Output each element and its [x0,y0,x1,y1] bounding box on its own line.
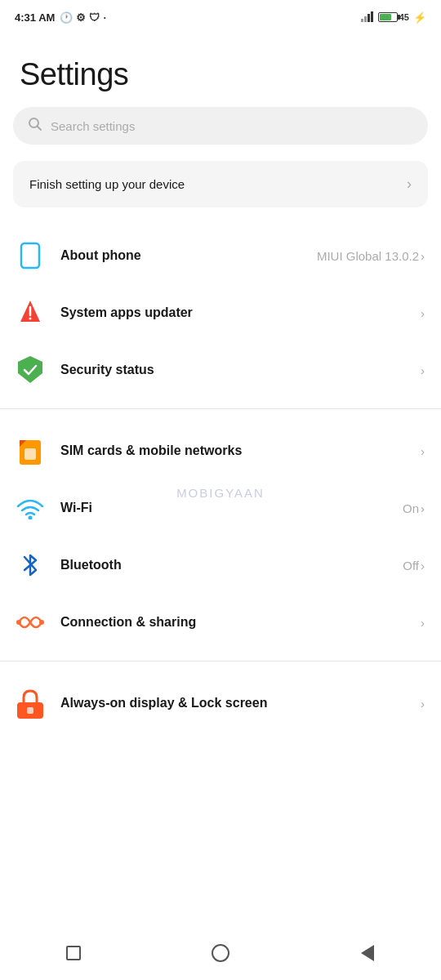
svg-point-9 [29,318,32,320]
divider-2 [0,661,441,662]
svg-rect-13 [24,448,36,460]
bluetooth-status: Off [403,559,419,572]
search-icon [28,117,42,135]
nav-home-button[interactable] [196,935,245,971]
about-phone-label: About phone [60,248,141,262]
settings-item-wifi[interactable]: Wi-Fi On › [0,479,441,537]
always-on-display-chevron: › [421,697,425,710]
divider-1 [0,408,441,409]
settings-item-sim-cards[interactable]: SIM cards & mobile networks › [0,422,441,479]
settings-item-about-phone[interactable]: About phone MIUI Global 13.0.2 › [0,227,441,284]
always-on-display-content: Always-on display & Lock screen [60,696,421,710]
settings-item-system-updater[interactable]: System apps updater › [0,284,441,341]
connection-sharing-label: Connection & sharing [60,615,196,629]
nav-home-icon [212,944,229,962]
security-status-icon [13,353,47,387]
status-left: 4:31 AM 🕐 ⚙ 🛡 · [15,11,106,24]
status-right: 45 ⚡ [361,11,426,24]
sim-cards-label: SIM cards & mobile networks [60,443,242,457]
sim-cards-content: SIM cards & mobile networks [60,443,421,458]
sim-cards-chevron: › [421,444,425,458]
wifi-icon [13,491,47,525]
svg-rect-0 [361,19,363,22]
settings-item-bluetooth[interactable]: Bluetooth Off › [0,537,441,594]
nav-recent-icon [66,946,81,960]
svg-rect-18 [27,707,33,714]
system-updater-label: System apps updater [60,305,193,319]
bluetooth-content: Bluetooth [60,558,403,572]
battery-indicator: 45 [378,12,409,22]
settings-item-connection-sharing[interactable]: Connection & sharing › [0,594,441,651]
system-updater-content: System apps updater [60,305,421,320]
svg-rect-6 [21,243,39,268]
time-display: 4:31 AM [15,11,55,24]
system-updater-right: › [421,306,425,320]
sim-cards-icon [13,434,47,468]
page-title-section: Settings [0,33,441,107]
settings-item-security-status[interactable]: Security status › [0,341,441,399]
connection-sharing-right: › [421,616,425,630]
security-status-label: Security status [60,363,154,376]
status-icons: 🕐 ⚙ 🛡 · [60,11,106,24]
svg-line-5 [38,127,42,131]
section-connectivity: SIM cards & mobile networks › Wi-Fi On [0,422,441,657]
setup-banner-text: Finish setting up your device [29,177,185,191]
signal-icon [361,11,374,24]
section-display: Always-on display & Lock screen › [0,675,441,738]
always-on-display-icon [13,686,47,720]
bluetooth-chevron: › [421,559,425,572]
nav-back-button[interactable] [343,935,392,971]
section-system: About phone MIUI Global 13.0.2 › System … [0,227,441,405]
alarm-icon: 🕐 [60,11,73,24]
about-phone-right: MIUI Global 13.0.2 › [317,249,425,263]
connection-sharing-content: Connection & sharing [60,615,421,630]
svg-rect-2 [368,14,370,22]
setup-banner[interactable]: Finish setting up your device › [13,161,428,207]
setup-banner-chevron: › [407,176,412,193]
search-placeholder: Search settings [51,119,413,133]
nav-recent-button[interactable] [49,935,98,971]
wifi-content: Wi-Fi [60,501,403,515]
connection-sharing-chevron: › [421,616,425,630]
search-bar[interactable]: Search settings [13,107,428,145]
wifi-chevron: › [421,501,425,515]
charging-icon: ⚡ [413,11,426,24]
svg-rect-1 [364,16,367,22]
svg-point-15 [16,620,21,625]
always-on-display-label: Always-on display & Lock screen [60,696,267,710]
wifi-status: On [403,501,419,515]
system-updater-icon [13,296,47,330]
always-on-display-right: › [421,697,425,710]
nav-back-icon [361,945,374,961]
battery-level: 45 [399,12,409,22]
security-status-chevron: › [421,363,425,377]
gear-status-icon: ⚙ [76,11,86,24]
dot-icon: · [103,11,106,24]
about-phone-sublabel: MIUI Global 13.0.2 [317,249,419,263]
system-updater-chevron: › [421,306,425,320]
wifi-label: Wi-Fi [60,501,92,514]
security-status-content: Security status [60,363,421,377]
about-phone-icon [13,238,47,273]
bluetooth-right: Off › [403,559,425,572]
security-status-right: › [421,363,425,377]
status-bar: 4:31 AM 🕐 ⚙ 🛡 · 45 ⚡ [0,0,441,33]
search-bar-container: Search settings [0,107,441,161]
page-content: Settings Search settings Finish setting … [0,33,441,738]
settings-item-always-on-display[interactable]: Always-on display & Lock screen › [0,675,441,732]
wifi-right: On › [403,501,425,515]
svg-marker-10 [18,356,42,383]
connection-sharing-icon [13,605,47,639]
nav-bar [0,931,441,980]
svg-point-14 [29,516,33,520]
about-phone-content: About phone [60,248,317,263]
shield-status-icon: 🛡 [89,11,100,24]
sim-cards-right: › [421,444,425,458]
svg-rect-3 [371,11,373,22]
page-title: Settings [20,57,421,92]
bluetooth-icon [13,548,47,582]
bluetooth-label: Bluetooth [60,558,122,572]
svg-point-16 [39,620,44,625]
about-phone-chevron: › [421,249,425,263]
